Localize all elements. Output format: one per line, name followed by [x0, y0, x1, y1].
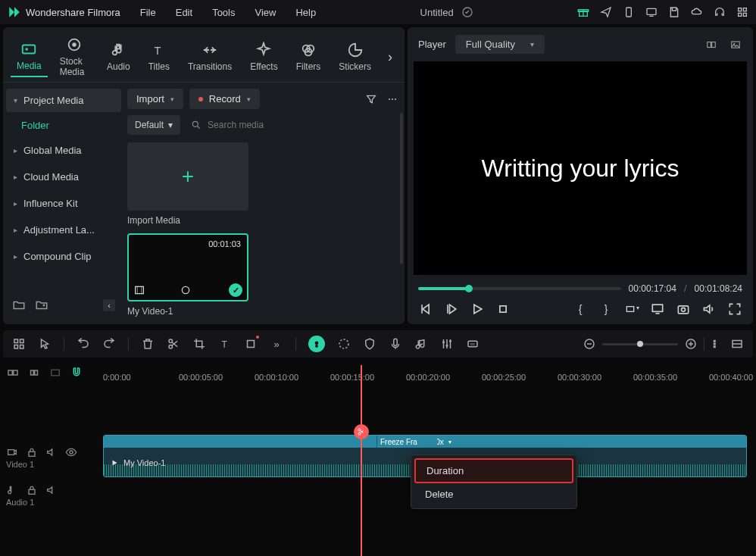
chevron-down-icon[interactable]: ▾ — [448, 439, 451, 445]
mic-icon[interactable] — [389, 337, 402, 351]
gift-icon[interactable] — [577, 6, 589, 18]
display-icon[interactable] — [650, 301, 665, 317]
track-lock-icon[interactable] — [26, 446, 38, 458]
tab-filters[interactable]: Filters — [290, 37, 327, 77]
fullscreen-icon[interactable] — [727, 301, 742, 317]
delete-icon[interactable] — [141, 337, 155, 351]
tab-audio[interactable]: Audio — [101, 37, 136, 77]
sidebar-collapse[interactable]: ‹ — [103, 299, 115, 311]
phone-icon[interactable] — [623, 6, 635, 18]
tab-stickers[interactable]: Stickers — [333, 37, 377, 77]
play-icon[interactable] — [470, 301, 485, 317]
zoom-thumb[interactable] — [637, 341, 643, 347]
sidebar-adjustment-layer[interactable]: ▸ Adjustment La... — [6, 218, 121, 242]
track-visibility-icon[interactable] — [65, 446, 77, 458]
pointer-icon[interactable] — [38, 337, 52, 351]
sidebar-project-media[interactable]: ▾ Project Media — [6, 89, 121, 112]
import-media-tile[interactable]: + — [127, 142, 248, 211]
freeze-frame-segment[interactable]: Freeze Fra — [376, 436, 437, 448]
tab-transitions[interactable]: Transitions — [182, 37, 238, 77]
menu-tools[interactable]: Tools — [212, 7, 235, 18]
stop-icon[interactable] — [495, 301, 511, 317]
shield-icon[interactable] — [363, 337, 376, 351]
menu-file[interactable]: File — [140, 7, 156, 18]
desktop-icon[interactable] — [645, 6, 658, 18]
new-folder-icon[interactable] — [12, 298, 26, 312]
redo-icon[interactable] — [102, 337, 116, 351]
save-icon[interactable] — [668, 6, 680, 18]
seek-bar[interactable] — [418, 287, 621, 290]
sort-default[interactable]: Default ▾ — [127, 115, 180, 135]
track-link-icon[interactable] — [6, 366, 20, 380]
crop-icon[interactable] — [192, 337, 206, 351]
undo-icon[interactable] — [77, 337, 90, 351]
prev-frame-icon[interactable] — [418, 301, 433, 317]
sidebar-compound-clip[interactable]: ▸ Compound Clip — [6, 245, 121, 268]
more-tools-icon[interactable]: » — [270, 337, 283, 351]
split-icon[interactable] — [167, 337, 180, 351]
player-viewport[interactable]: Writting your lyrics — [414, 61, 747, 275]
media-clip-thumbnail[interactable]: 00:01:03 ✓ — [127, 233, 248, 301]
playhead-knob[interactable] — [354, 424, 369, 439]
mark-in-icon[interactable]: { — [573, 301, 588, 317]
send-icon[interactable] — [600, 6, 612, 18]
search-input[interactable] — [208, 120, 394, 130]
track-group-icon[interactable] — [48, 366, 62, 380]
tabs-scroll-right[interactable]: › — [383, 49, 397, 65]
tab-stock-media[interactable]: Stock Media — [54, 32, 95, 82]
track-mute-icon[interactable] — [45, 484, 58, 496]
media-body: ▾ Project Media Folder ▸ Global Media ▸ … — [3, 83, 405, 324]
import-button[interactable]: Import ▾ — [127, 89, 183, 109]
apps-icon[interactable] — [736, 6, 748, 18]
mark-out-icon[interactable]: } — [598, 301, 614, 317]
panel-toggle-icon[interactable] — [730, 337, 744, 351]
track-mute-icon[interactable] — [45, 446, 58, 458]
color-icon[interactable] — [337, 337, 351, 351]
magnet-icon[interactable] — [70, 366, 83, 380]
menu-view[interactable]: View — [255, 7, 276, 18]
layout-icon[interactable] — [12, 337, 26, 351]
sidebar-folder[interactable]: Folder — [6, 115, 121, 136]
scrollbar[interactable] — [400, 113, 403, 264]
music-icon[interactable] — [414, 337, 428, 351]
playhead[interactable] — [361, 365, 362, 556]
seek-thumb[interactable] — [465, 285, 473, 292]
video-track-icon[interactable] — [6, 446, 18, 458]
svg-rect-36 — [678, 306, 688, 314]
sidebar-influence-kit[interactable]: ▸ Influence Kit — [6, 192, 121, 215]
text-icon[interactable]: T — [218, 337, 232, 351]
audio-track-icon[interactable] — [6, 484, 18, 496]
ratio-icon[interactable]: ▾ — [624, 301, 639, 317]
caption-icon[interactable]: cc — [466, 337, 480, 351]
cloud-icon[interactable] — [691, 6, 703, 18]
headphones-icon[interactable] — [714, 6, 726, 18]
new-bin-icon[interactable] — [35, 298, 48, 312]
compare-view-icon[interactable] — [704, 39, 718, 50]
tab-media[interactable]: Media — [11, 36, 48, 77]
picture-view-icon[interactable] — [729, 39, 742, 50]
tab-titles[interactable]: T Titles — [142, 37, 176, 77]
zoom-slider[interactable] — [602, 343, 678, 345]
menu-help[interactable]: Help — [295, 7, 316, 18]
track-lock-icon[interactable] — [26, 484, 38, 496]
play-reverse-icon[interactable] — [444, 301, 459, 317]
ai-tools-icon[interactable] — [308, 336, 325, 352]
mixer-icon[interactable] — [440, 337, 454, 351]
zoom-in-icon[interactable] — [684, 337, 698, 351]
zoom-out-icon[interactable] — [583, 337, 596, 351]
keyframe-icon[interactable] — [244, 337, 258, 351]
ctx-delete[interactable]: Delete — [414, 483, 573, 505]
track-size-icon[interactable] — [711, 337, 724, 351]
snapshot-icon[interactable] — [676, 301, 691, 317]
record-button[interactable]: Record ▾ — [189, 89, 260, 109]
volume-icon[interactable] — [701, 301, 717, 317]
track-sync-icon[interactable] — [27, 366, 41, 380]
more-icon[interactable] — [386, 93, 398, 105]
ctx-duration[interactable]: Duration — [414, 458, 573, 483]
sidebar-global-media[interactable]: ▸ Global Media — [6, 139, 121, 162]
filter-icon[interactable] — [365, 93, 377, 105]
menu-edit[interactable]: Edit — [176, 7, 192, 18]
sidebar-cloud-media[interactable]: ▸ Cloud Media — [6, 165, 121, 189]
tab-effects[interactable]: Effects — [244, 37, 283, 77]
quality-select[interactable]: Full Quality ▾ — [455, 35, 545, 54]
